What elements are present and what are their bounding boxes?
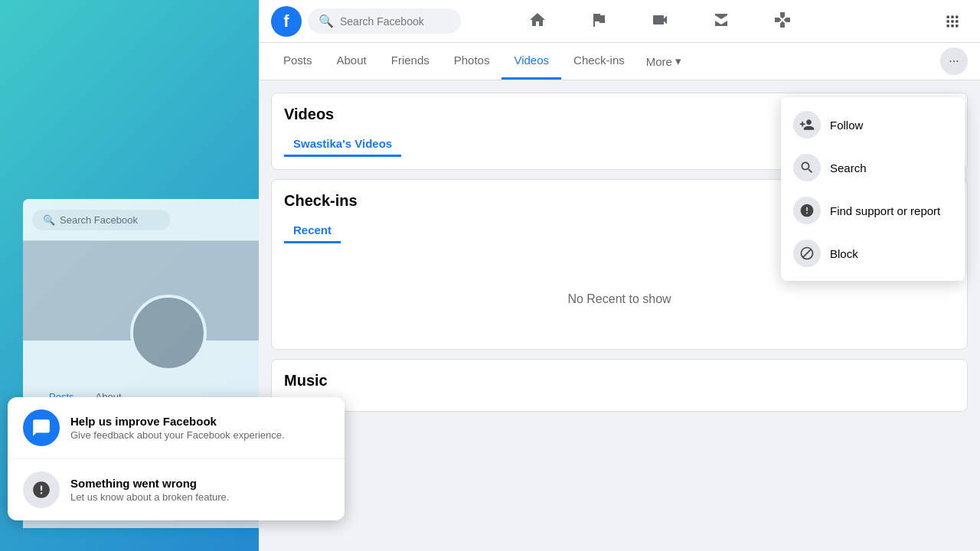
tab-about[interactable]: About (325, 43, 379, 80)
profile-tabs: Posts About Friends Photos Videos Check-… (259, 43, 980, 80)
dropdown-follow[interactable]: Follow (781, 103, 965, 146)
bg-search-bar: 🔍 Search Facebook (32, 210, 170, 230)
feedback-improve-text: Help us improve Facebook Give feedback a… (70, 415, 285, 441)
nav-home-icon[interactable] (507, 0, 568, 43)
main-window: f 🔍 (259, 0, 980, 551)
nav-video-icon[interactable] (629, 0, 691, 43)
dropdown-search[interactable]: Search (781, 146, 965, 189)
nav-flag-icon[interactable] (568, 0, 629, 43)
svg-rect-2 (956, 15, 958, 18)
nav-center-icons (507, 0, 813, 43)
more-options-button[interactable]: ··· (940, 47, 968, 75)
nav-search-container[interactable]: 🔍 (308, 8, 461, 34)
svg-rect-0 (947, 15, 949, 18)
dropdown-block[interactable]: Block (781, 232, 965, 275)
facebook-logo: f (271, 6, 302, 37)
bg-search-placeholder: Search Facebook (60, 214, 138, 226)
feedback-broken[interactable]: Something went wrong Let us know about a… (8, 459, 345, 520)
tab-photos[interactable]: Photos (442, 43, 502, 80)
svg-rect-3 (947, 20, 949, 22)
tab-videos[interactable]: Videos (501, 43, 561, 80)
tab-more[interactable]: More ▾ (637, 44, 691, 79)
follow-icon (793, 111, 821, 139)
feedback-warning-icon (23, 471, 60, 508)
feedback-modal: Help us improve Facebook Give feedback a… (8, 397, 345, 520)
recent-tab[interactable]: Recent (284, 219, 341, 243)
nav-grid-icon[interactable] (937, 6, 968, 37)
nav-game-icon[interactable] (752, 0, 813, 43)
swastika-videos-tab[interactable]: Swastika's Videos (284, 132, 401, 157)
dropdown-report[interactable]: Find support or report (781, 189, 965, 232)
tab-checkins[interactable]: Check-ins (561, 43, 637, 80)
search-dropdown-icon (793, 154, 821, 181)
music-section: Music (271, 359, 968, 412)
music-title: Music (284, 372, 955, 390)
navbar: f 🔍 (259, 0, 980, 43)
svg-rect-7 (951, 24, 953, 27)
tab-friends[interactable]: Friends (379, 43, 442, 80)
bg-profile-avatar (130, 295, 207, 371)
svg-rect-1 (951, 15, 953, 18)
block-icon (793, 240, 821, 267)
dropdown-menu: Follow Search Find support or report Blo… (781, 97, 965, 281)
more-arrow-icon: ▾ (675, 54, 681, 68)
nav-store-icon[interactable] (691, 0, 752, 43)
report-icon (793, 197, 821, 224)
feedback-broken-text: Something went wrong Let us know about a… (70, 477, 229, 503)
tab-posts[interactable]: Posts (271, 43, 325, 80)
svg-rect-4 (951, 20, 953, 22)
feedback-improve[interactable]: Help us improve Facebook Give feedback a… (8, 397, 345, 459)
nav-right-icons (937, 6, 968, 37)
svg-rect-6 (947, 24, 949, 27)
search-icon: 🔍 (318, 14, 334, 28)
svg-rect-8 (956, 24, 958, 27)
svg-rect-5 (956, 20, 958, 22)
feedback-fb-icon (23, 409, 60, 446)
search-input[interactable] (340, 15, 450, 28)
